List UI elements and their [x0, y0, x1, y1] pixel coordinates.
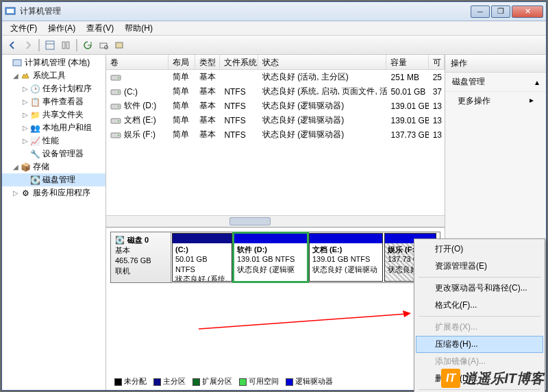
ctx-mirror: 添加镜像(A)...	[416, 353, 543, 370]
forward-button[interactable]	[21, 38, 35, 52]
menu-action[interactable]: 操作(A)	[42, 21, 81, 36]
menu-file[interactable]: 文件(F)	[5, 21, 42, 36]
tree-services-apps[interactable]: ▷⚙服务和应用程序	[2, 186, 105, 199]
tree-disk-management[interactable]: 💽磁盘管理	[2, 173, 105, 186]
app-icon	[5, 6, 16, 17]
show-hide-button[interactable]	[59, 38, 73, 52]
chevron-right-icon: ▸	[530, 95, 534, 105]
collapse-icon: ▴	[535, 77, 539, 87]
watermark-icon: IT	[441, 369, 460, 388]
svg-rect-5	[66, 42, 69, 49]
menu-help[interactable]: 帮助(H)	[119, 21, 158, 36]
window-title: 计算机管理	[20, 5, 471, 17]
ctx-explorer[interactable]: 资源管理器(E)	[416, 258, 543, 275]
volume-row[interactable]: 简单基本 状态良好 (活动, 主分区) 251 MB25	[106, 70, 445, 84]
settings-button[interactable]	[112, 38, 126, 52]
menubar: 文件(F) 操作(A) 查看(V) 帮助(H)	[2, 21, 546, 36]
volume-row[interactable]: 文档 (E:) 简单基本 NTFS状态良好 (逻辑驱动器) 139.01 GB1…	[106, 113, 445, 127]
scrollbar-thumb[interactable]	[229, 217, 271, 225]
ctx-change-drive[interactable]: 更改驱动器号和路径(C)...	[416, 280, 543, 297]
ctx-format[interactable]: 格式化(F)...	[416, 297, 543, 314]
partition[interactable]: 软件 (D:)139.01 GB NTFS状态良好 (逻辑驱	[234, 233, 308, 282]
volume-row[interactable]: 娱乐 (F:) 简单基本 NTFS状态良好 (逻辑驱动器) 137.73 GB1…	[106, 127, 445, 142]
toolbar	[2, 36, 546, 55]
minimize-button[interactable]: ─	[471, 5, 490, 18]
tree-device-manager[interactable]: 🔧设备管理器	[2, 147, 105, 160]
tree-event-viewer[interactable]: ▷📋事件查看器	[2, 95, 105, 108]
navigation-tree[interactable]: 计算机管理 (本地) ◢系统工具 ▷🕒任务计划程序 ▷📋事件查看器 ▷📁共享文件…	[2, 55, 106, 390]
volume-list[interactable]: 简单基本 状态良好 (活动, 主分区) 251 MB25(C:) 简单基本 NT…	[106, 70, 445, 215]
svg-rect-8	[116, 42, 123, 48]
volume-row[interactable]: (C:) 简单基本 NTFS状态良好 (系统, 启动, 页面文件, 活动, 主分…	[106, 84, 445, 99]
partition[interactable]: (C:)50.01 GB NTFS状态良好 (系统, 启	[172, 233, 232, 282]
disk-map: 💽磁盘 0 基本 465.76 GB 联机 (C:)50.01 GB NTFS状…	[106, 227, 445, 390]
ctx-extend: 扩展卷(X)...	[416, 319, 543, 336]
views-button[interactable]	[43, 38, 57, 52]
menu-view[interactable]: 查看(V)	[81, 21, 119, 36]
svg-rect-1	[7, 9, 14, 13]
actions-header: 操作	[445, 55, 546, 73]
rescan-button[interactable]	[97, 38, 110, 52]
titlebar: 计算机管理 ─ ❐ ✕	[2, 2, 546, 21]
disk-info[interactable]: 💽磁盘 0 基本 465.76 GB 联机	[111, 232, 171, 282]
tree-storage[interactable]: ◢📦存储	[2, 160, 105, 173]
close-button[interactable]: ✕	[512, 5, 543, 18]
actions-section[interactable]: 磁盘管理▴	[445, 73, 546, 92]
tree-local-users[interactable]: ▷👥本地用户和组	[2, 121, 105, 134]
svg-rect-2	[46, 41, 54, 49]
back-button[interactable]	[5, 38, 19, 52]
svg-point-15	[118, 106, 119, 107]
actions-more[interactable]: 更多操作▸	[445, 92, 546, 110]
horizontal-scrollbar[interactable]	[106, 215, 445, 227]
tree-performance[interactable]: ▷📈性能	[2, 134, 105, 147]
volume-row[interactable]: 软件 (D:) 简单基本 NTFS状态良好 (逻辑驱动器) 139.01 GB1…	[106, 99, 445, 113]
svg-point-11	[118, 77, 119, 78]
refresh-button[interactable]	[81, 38, 95, 52]
volume-list-header[interactable]: 卷 布局 类型 文件系统 状态 容量 可	[106, 55, 445, 70]
tree-root[interactable]: 计算机管理 (本地)	[2, 56, 105, 69]
partition[interactable]: 文档 (E:)139.01 GB NTFS状态良好 (逻辑驱动	[309, 233, 383, 282]
ctx-shrink[interactable]: 压缩卷(H)...	[416, 336, 543, 353]
watermark: IT 逍遥乐IT博客	[441, 369, 544, 388]
ctx-open[interactable]: 打开(O)	[416, 241, 543, 258]
svg-rect-4	[62, 42, 65, 49]
tree-shared-folders[interactable]: ▷📁共享文件夹	[2, 108, 105, 121]
legend: 未分配主分区扩展分区可用空间逻辑驱动器	[113, 375, 334, 388]
svg-point-19	[118, 134, 119, 136]
svg-point-13	[118, 91, 119, 93]
maximize-button[interactable]: ❐	[491, 5, 510, 18]
svg-point-17	[118, 120, 119, 121]
svg-rect-9	[13, 60, 21, 66]
tree-task-scheduler[interactable]: ▷🕒任务计划程序	[2, 82, 105, 95]
tree-system-tools[interactable]: ◢系统工具	[2, 69, 105, 82]
